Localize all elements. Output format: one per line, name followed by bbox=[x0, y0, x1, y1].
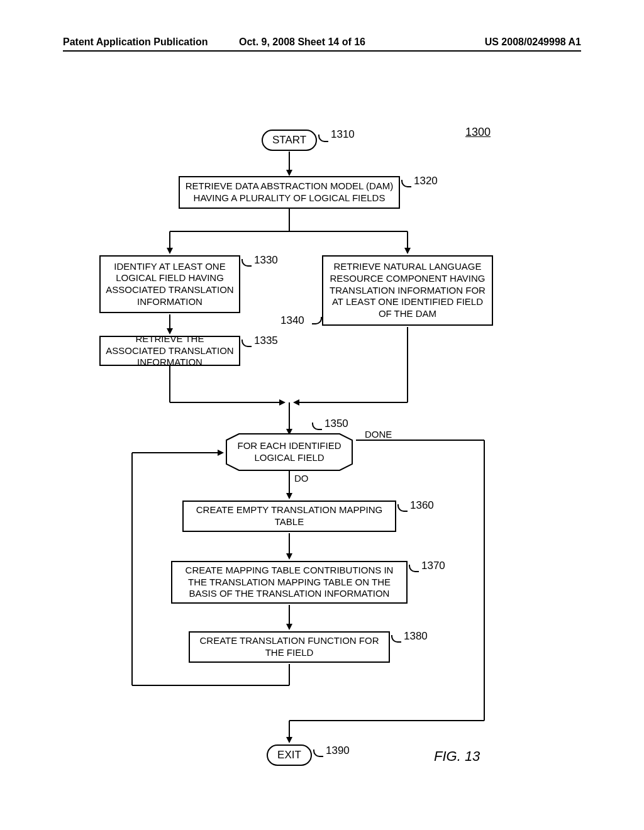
text-1320: RETRIEVE DATA ABSTRACTION MODEL (DAM) HA… bbox=[185, 180, 394, 204]
header-mid: Oct. 9, 2008 Sheet 14 of 16 bbox=[239, 36, 365, 48]
box-1380: CREATE TRANSLATION FUNCTION FOR THE FIEL… bbox=[189, 631, 390, 663]
text-1380: CREATE TRANSLATION FUNCTION FOR THE FIEL… bbox=[195, 635, 384, 659]
ref-1340: 1340 bbox=[280, 314, 304, 327]
text-1360: CREATE EMPTY TRANSLATION MAPPING TABLE bbox=[189, 504, 390, 528]
exit-label: EXIT bbox=[277, 748, 301, 761]
header-right: US 2008/0249998 A1 bbox=[485, 36, 581, 48]
figure-number: 1300 bbox=[465, 126, 491, 139]
ref-1390: 1390 bbox=[326, 744, 350, 757]
edge-done: DONE bbox=[365, 429, 392, 440]
decision-1350: FOR EACH IDENTIFIED LOGICAL FIELD bbox=[226, 440, 352, 464]
header-left: Patent Application Publication bbox=[63, 36, 208, 48]
exit-terminal: EXIT bbox=[267, 744, 312, 766]
text-1350: FOR EACH IDENTIFIED LOGICAL FIELD bbox=[237, 440, 341, 463]
ref-1380: 1380 bbox=[404, 630, 428, 643]
figure-label: FIG. 13 bbox=[434, 748, 480, 765]
box-1340: RETRIEVE NATURAL LANGUAGE RESOURCE COMPO… bbox=[322, 255, 493, 326]
text-1370: CREATE MAPPING TABLE CONTRIBUTIONS IN TH… bbox=[177, 565, 401, 600]
ref-1370: 1370 bbox=[421, 560, 445, 572]
text-1330: IDENTIFY AT LEAST ONE LOGICAL FIELD HAVI… bbox=[106, 261, 234, 308]
ref-1320: 1320 bbox=[414, 175, 438, 187]
header-rule bbox=[63, 50, 581, 52]
start-terminal: START bbox=[262, 130, 317, 151]
edge-do: DO bbox=[294, 473, 309, 484]
diagram-canvas: 1300 START 1310 RETRIEVE DATA ABSTRACTIO… bbox=[0, 63, 644, 817]
start-label: START bbox=[272, 133, 306, 147]
box-1320: RETRIEVE DATA ABSTRACTION MODEL (DAM) HA… bbox=[179, 176, 400, 209]
ref-1360: 1360 bbox=[410, 499, 434, 512]
ref-1310: 1310 bbox=[331, 128, 355, 141]
ref-1330: 1330 bbox=[254, 254, 278, 267]
box-1335: RETRIEVE THE ASSOCIATED TRANSLATION INFO… bbox=[99, 336, 240, 366]
box-1360: CREATE EMPTY TRANSLATION MAPPING TABLE bbox=[182, 501, 396, 532]
text-1335: RETRIEVE THE ASSOCIATED TRANSLATION INFO… bbox=[106, 333, 234, 368]
box-1370: CREATE MAPPING TABLE CONTRIBUTIONS IN TH… bbox=[171, 561, 408, 604]
ref-1335: 1335 bbox=[254, 335, 278, 347]
ref-1350: 1350 bbox=[325, 418, 348, 430]
box-1330: IDENTIFY AT LEAST ONE LOGICAL FIELD HAVI… bbox=[99, 255, 240, 313]
text-1340: RETRIEVE NATURAL LANGUAGE RESOURCE COMPO… bbox=[328, 261, 487, 320]
